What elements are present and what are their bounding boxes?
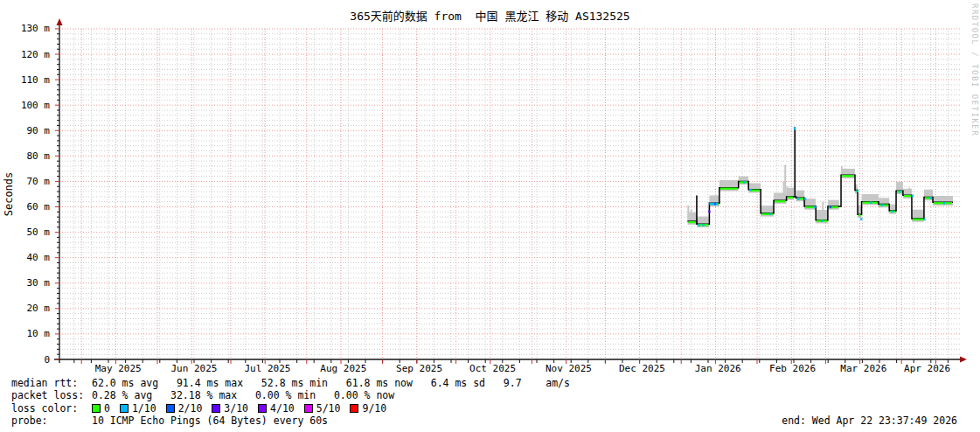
loss-color-row: loss color:01/102/103/104/105/109/10 — [11, 402, 570, 415]
axes-layer — [54, 18, 967, 364]
loss-color-swatch — [350, 404, 358, 413]
loss-legend-item: 5/10 — [304, 402, 341, 415]
packet-loss-row: packet loss:0.28 % avg 32.18 % max 0.00 … — [11, 389, 570, 401]
loss-color-swatch-label: 3/10 — [224, 402, 248, 415]
loss-color-swatch — [304, 404, 313, 413]
loss-legend-item: 4/10 — [258, 402, 295, 415]
loss-color-label: loss color: — [11, 402, 92, 415]
loss-color-swatch-label: 9/10 — [362, 402, 386, 415]
packet-loss-values: 0.28 % avg 32.18 % max 0.00 % min 0.00 %… — [92, 389, 394, 401]
latency-chart: May 2025Jun 2025Jul 2025Aug 2025Sep 2025… — [0, 0, 980, 376]
svg-text:10 m: 10 m — [27, 328, 51, 339]
svg-text:Seconds: Seconds — [3, 172, 15, 217]
svg-text:100 m: 100 m — [21, 100, 50, 111]
svg-text:Jan 2026: Jan 2026 — [695, 363, 741, 374]
median-rtt-row: median rtt:62.0 ms avg 91.4 ms max 52.8 … — [11, 377, 570, 389]
loss-color-swatch-label: 0 — [104, 402, 110, 415]
svg-text:120 m: 120 m — [21, 49, 50, 60]
loss-legend-item: 0 — [92, 402, 110, 415]
loss-legend-item: 9/10 — [350, 402, 386, 415]
svg-text:70 m: 70 m — [27, 176, 51, 187]
probe-value: 10 ICMP Echo Pings (64 Bytes) every 60s — [92, 415, 328, 427]
end-timestamp: end: Wed Apr 22 23:37:49 2026 — [782, 415, 957, 427]
svg-text:110 m: 110 m — [21, 74, 50, 86]
svg-text:80 m: 80 m — [27, 150, 51, 162]
loss-color-swatch — [212, 404, 220, 413]
svg-text:60 m: 60 m — [27, 201, 51, 213]
smokeping-graph: 365天前的数据 from 中国 黑龙江 移动 AS132525 RRDTOOL… — [0, 0, 980, 432]
loss-legend-item: 3/10 — [212, 402, 248, 415]
packet-loss-label: packet loss: — [11, 389, 92, 401]
svg-text:50 m: 50 m — [27, 226, 51, 238]
svg-text:20 m: 20 m — [27, 303, 51, 314]
median-rtt-values: 62.0 ms avg 91.4 ms max 52.8 ms min 61.8… — [92, 377, 570, 389]
svg-text:May 2025: May 2025 — [95, 363, 142, 374]
loss-color-legend: 01/102/103/104/105/109/10 — [92, 402, 386, 415]
svg-text:30 m: 30 m — [27, 277, 51, 289]
svg-text:0: 0 — [44, 354, 50, 366]
loss-color-swatch — [120, 404, 129, 413]
svg-text:Jul 2025: Jul 2025 — [245, 363, 291, 374]
svg-text:Nov 2025: Nov 2025 — [546, 363, 592, 374]
svg-text:90 m: 90 m — [27, 125, 51, 136]
svg-text:Dec 2025: Dec 2025 — [619, 363, 665, 374]
svg-text:40 m: 40 m — [27, 252, 51, 263]
loss-color-swatch — [92, 404, 101, 413]
loss-color-swatch-label: 4/10 — [270, 402, 295, 415]
svg-text:Mar 2026: Mar 2026 — [840, 363, 886, 374]
svg-text:Sep 2025: Sep 2025 — [396, 363, 442, 374]
loss-color-swatch-label: 2/10 — [178, 402, 203, 415]
svg-text:130 m: 130 m — [21, 23, 50, 34]
loss-legend-item: 1/10 — [120, 402, 156, 415]
svg-text:Oct 2025: Oct 2025 — [469, 363, 516, 374]
svg-text:Aug 2025: Aug 2025 — [320, 363, 366, 374]
svg-text:Apr 2026: Apr 2026 — [904, 363, 950, 374]
grid-layer — [59, 29, 960, 359]
loss-color-swatch — [166, 404, 175, 413]
loss-color-swatch — [258, 404, 267, 413]
loss-legend-item: 2/10 — [166, 402, 203, 415]
stats-footer: median rtt:62.0 ms avg 91.4 ms max 52.8 … — [11, 377, 570, 427]
svg-text:Feb 2026: Feb 2026 — [769, 363, 816, 374]
loss-color-swatch-label: 5/10 — [316, 402, 341, 415]
probe-row: probe:10 ICMP Echo Pings (64 Bytes) ever… — [11, 415, 570, 427]
svg-text:Jun 2025: Jun 2025 — [171, 363, 218, 374]
median-rtt-label: median rtt: — [11, 377, 92, 389]
loss-color-swatch-label: 1/10 — [132, 402, 156, 415]
probe-label: probe: — [11, 415, 92, 427]
